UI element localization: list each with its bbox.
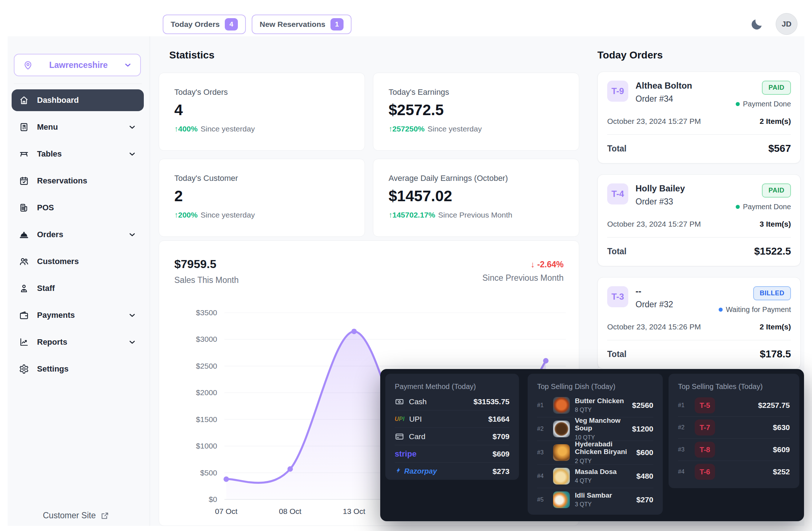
- stat-card-title: Today's Customer: [174, 174, 349, 183]
- dish-quantity: 8 QTY: [575, 407, 624, 413]
- dish-quantity: 4 QTY: [575, 478, 617, 484]
- order-number: Order #32: [636, 300, 673, 309]
- sidebar-item-tables[interactable]: Tables: [12, 143, 144, 165]
- table-badge: T-3: [607, 286, 628, 307]
- dish-row: #1 Butter Chicken 8 QTY $2560: [537, 394, 653, 417]
- table-id-badge: T-5: [695, 397, 715, 413]
- dark-mode-toggle[interactable]: [747, 15, 767, 35]
- dish-name: Idli Sambar: [575, 492, 612, 499]
- table-id-badge: T-7: [695, 419, 715, 435]
- order-total-label: Total: [607, 349, 626, 359]
- table-rank: #4: [678, 469, 689, 475]
- sidebar-item-settings[interactable]: Settings: [12, 358, 144, 380]
- location-pin-icon: [23, 60, 33, 70]
- dish-row: #2 Veg Manchow Soup 10 QTY $1200: [537, 417, 653, 441]
- payment-row: Razorpay $273: [395, 463, 509, 480]
- order-total-value: $1522.5: [754, 246, 791, 257]
- dish-rank: #1: [537, 402, 548, 409]
- sidebar-item-orders[interactable]: Orders: [12, 224, 144, 246]
- payment-amount: $709: [492, 432, 509, 441]
- dish-quantity: 2 QTY: [575, 458, 631, 465]
- razorpay-bolt-icon: [395, 467, 402, 476]
- svg-text:07 Oct: 07 Oct: [215, 507, 237, 515]
- stat-card-delta: ↑145702.17% Since Previous Month: [389, 211, 564, 219]
- sidebar-item-staff[interactable]: Staff: [12, 277, 144, 299]
- customer-site-link[interactable]: Customer Site: [43, 511, 110, 520]
- dish-amount: $1200: [632, 425, 653, 433]
- order-card[interactable]: T-9 Althea Bolton Order #34 PAID Payment…: [597, 72, 801, 163]
- new-reservations-button-label: New Reservations: [260, 20, 325, 29]
- order-total-row: Total $178.5: [607, 348, 791, 360]
- payment-amount: $609: [492, 450, 509, 458]
- sidebar-item-pos[interactable]: POS: [12, 197, 144, 219]
- payment-method-panel: Payment Method (Today) Cash $31535.75 UP…: [385, 374, 519, 480]
- stat-card-title: Average Daily Earnings (October): [389, 174, 564, 183]
- order-card-top: T-9 Althea Bolton Order #34 PAID Payment…: [607, 81, 791, 108]
- payment-rows: Cash $31535.75 UPIUPI $1664 Card $709 st…: [395, 393, 509, 480]
- pos-terminal-icon: [19, 203, 29, 213]
- stat-card-title: Today's Earnings: [389, 88, 564, 97]
- up-arrow-icon: ↑200%: [174, 211, 198, 219]
- dish-info: Butter Chicken 8 QTY: [575, 397, 624, 414]
- svg-text:$3000: $3000: [196, 335, 217, 343]
- location-selector[interactable]: Lawrenceshire: [14, 54, 141, 76]
- sidebar-divider: [14, 84, 142, 84]
- table-id-badge: T-6: [695, 464, 715, 480]
- sidebar-item-payments[interactable]: Payments: [12, 304, 144, 326]
- table-amount: $630: [773, 423, 790, 432]
- order-card-divider: [607, 340, 791, 340]
- stat-card-value: $2572.5: [389, 101, 564, 119]
- payment-method-title: Payment Method (Today): [395, 382, 509, 391]
- sidebar-item-label: Menu: [37, 122, 58, 132]
- stat-card-delta-note: Since yesterday: [427, 125, 482, 133]
- wallet-icon: [19, 310, 29, 320]
- dish-name: Veg Manchow Soup: [575, 417, 627, 432]
- stat-card-delta-note: Since yesterday: [200, 125, 255, 133]
- payment-row: stripe $609: [395, 445, 509, 463]
- status-dot-icon: [719, 308, 723, 312]
- svg-text:08 Oct: 08 Oct: [279, 507, 301, 515]
- order-status-block: PAID Payment Done: [736, 81, 791, 108]
- stat-card: Today's Orders 4 ↑400% Since yesterday: [159, 73, 365, 151]
- customer-site-label: Customer Site: [43, 511, 96, 520]
- sidebar-item-reservations[interactable]: Reservations: [12, 170, 144, 192]
- sidebar-item-dashboard[interactable]: Dashboard: [12, 89, 144, 111]
- stat-card-delta: ↑257250% Since yesterday: [389, 125, 564, 133]
- order-total-row: Total $567: [607, 143, 791, 154]
- order-total-label: Total: [607, 144, 626, 154]
- dish-info: Veg Manchow Soup 10 QTY: [575, 417, 627, 441]
- dish-rank: #5: [537, 496, 548, 503]
- chevron-down-icon: [128, 311, 137, 320]
- order-datetime: October 23, 2024 15:26 PM: [607, 323, 701, 331]
- order-total-value: $567: [768, 143, 791, 154]
- stripe-logo: stripe: [395, 449, 417, 459]
- dish-quantity: 3 QTY: [575, 501, 612, 508]
- orders-list: T-9 Althea Bolton Order #34 PAID Payment…: [597, 72, 801, 369]
- dish-name: Butter Chicken: [575, 397, 624, 405]
- table-rows: #1 T-5 $2257.75 #2 T-7 $630 #3 T-8 $609 …: [678, 394, 790, 483]
- dish-info: Idli Sambar 3 QTY: [575, 492, 612, 508]
- order-card-top: T-4 Holly Bailey Order #33 PAID Payment …: [607, 183, 791, 211]
- payment-amount: $273: [492, 467, 509, 476]
- card-icon: [395, 432, 404, 441]
- header-quick-buttons: Today Orders 4 New Reservations 1: [163, 15, 352, 34]
- table-row: #1 T-5 $2257.75: [678, 394, 790, 417]
- dish-info: Masala Dosa 4 QTY: [575, 468, 617, 485]
- order-card[interactable]: T-3 -- Order #32 BILLED Waiting for Paym…: [597, 277, 801, 369]
- table-row: #2 T-7 $630: [678, 417, 790, 439]
- today-orders-button[interactable]: Today Orders 4: [163, 15, 246, 34]
- status-note: Payment Done: [736, 100, 791, 108]
- status-note: Waiting for Payment: [719, 305, 791, 314]
- payment-row: UPIUPI $1664: [395, 410, 509, 428]
- order-card[interactable]: T-4 Holly Bailey Order #33 PAID Payment …: [597, 174, 801, 266]
- sidebar-item-menu[interactable]: Menu: [12, 116, 144, 138]
- staff-icon: [19, 283, 29, 293]
- top-selling-dish-title: Top Selling Dish (Today): [537, 382, 653, 391]
- new-reservations-button[interactable]: New Reservations 1: [252, 15, 352, 34]
- sidebar-item-customers[interactable]: Customers: [12, 251, 144, 272]
- user-avatar[interactable]: JD: [776, 13, 797, 35]
- payment-amount: $1664: [488, 415, 509, 423]
- svg-text:$1000: $1000: [196, 442, 217, 450]
- sidebar-item-reports[interactable]: Reports: [12, 331, 144, 353]
- customer-name: Althea Bolton: [636, 81, 692, 91]
